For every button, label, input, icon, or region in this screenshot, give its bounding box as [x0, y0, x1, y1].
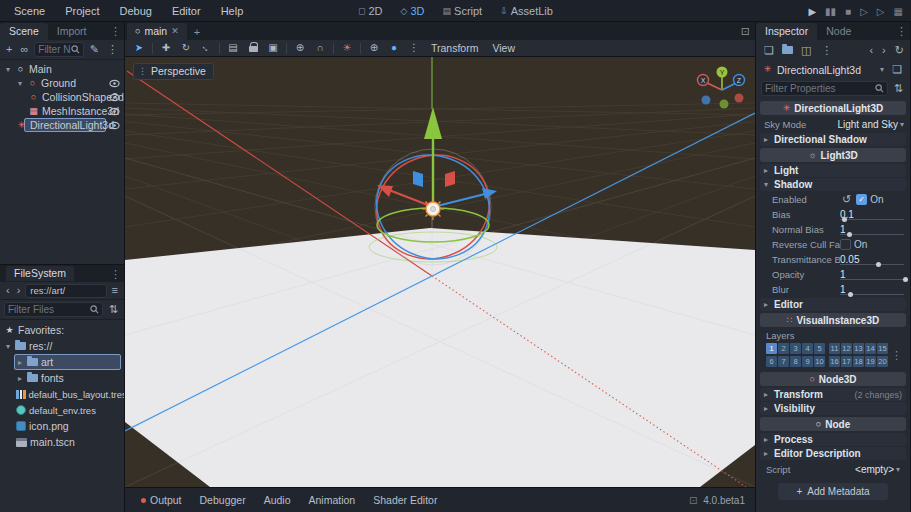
visibility-eye-icon[interactable] [109, 120, 120, 132]
filter-files-input[interactable] [8, 304, 90, 315]
blur-slider[interactable]: 1 [840, 282, 906, 297]
layer-cell[interactable]: 12 [841, 343, 852, 354]
layer-cell[interactable]: 2 [778, 343, 789, 354]
file-item-main-tscn[interactable]: main.tscn [0, 434, 124, 450]
scene-extra-menu-icon[interactable]: ⋮ [105, 43, 120, 56]
workspace-tab-2d[interactable]: ◻ 2D [352, 3, 389, 19]
filesystem-title[interactable]: FileSystem [6, 266, 74, 281]
snap-button[interactable]: ∩ [311, 43, 329, 53]
filesystem-menu-icon[interactable]: ⋮ [110, 268, 121, 281]
workspace-tab-script[interactable]: ▤ Script [437, 3, 489, 19]
view-menu[interactable]: View [486, 42, 521, 54]
layer-cell[interactable]: 18 [853, 356, 864, 367]
perspective-menu-button[interactable]: ⋮ Perspective [133, 63, 214, 80]
layer-cell[interactable]: 19 [865, 356, 876, 367]
transmittance-bias-slider[interactable]: 0.05 [840, 252, 906, 267]
tab-scene[interactable]: Scene [0, 23, 48, 40]
menu-editor[interactable]: Editor [164, 3, 209, 19]
reverse-cull-checkbox[interactable] [840, 239, 851, 250]
res-root-item[interactable]: ▾ res:// [0, 338, 124, 354]
normal-bias-slider[interactable]: 1 [840, 222, 906, 237]
save-resource-icon[interactable]: ◫ [799, 44, 813, 57]
instance-scene-button[interactable]: ∞ [18, 43, 30, 56]
move-mode-button[interactable]: ✚ [157, 43, 175, 53]
visibility-eye-icon[interactable] [109, 78, 120, 90]
visibility-eye-icon[interactable] [109, 92, 120, 104]
workspace-tab-3d[interactable]: ◇ 3D [395, 3, 431, 19]
new-resource-icon[interactable]: ❏ [762, 44, 776, 57]
current-path-field[interactable]: res://art/ [25, 284, 106, 298]
menu-project[interactable]: Project [57, 3, 107, 19]
tab-shader-editor[interactable]: Shader Editor [365, 491, 445, 509]
add-node-button[interactable]: + [4, 43, 14, 56]
tree-node-ground[interactable]: ▾ ○ Ground [0, 76, 124, 90]
file-item-default-env[interactable]: default_env.tres [0, 402, 124, 418]
scene-tab-main[interactable]: ○ main ✕ [127, 23, 187, 40]
opacity-slider[interactable]: 1 [840, 267, 906, 282]
layer-cell[interactable]: 4 [802, 343, 813, 354]
lock-button[interactable] [244, 42, 262, 54]
viewport-extra-menu-icon[interactable]: ⋮ [405, 43, 423, 53]
play-scene-button[interactable]: ▷ [860, 6, 868, 17]
shadow-enabled-checkbox[interactable]: ✓ [856, 194, 867, 205]
transform-menu[interactable]: Transform [425, 42, 484, 54]
layer-cell[interactable]: 5 [814, 343, 825, 354]
layer-cell[interactable]: 7 [778, 356, 789, 367]
filter-properties-input[interactable] [765, 83, 875, 94]
slider-handle[interactable] [848, 292, 853, 297]
collapse-arrow-icon[interactable]: ▾ [16, 79, 24, 88]
movie-maker-button[interactable]: ▦ [894, 6, 903, 17]
property-sort-icon[interactable]: ⇅ [892, 82, 905, 95]
preview-sun-button[interactable]: ☀ [338, 43, 356, 53]
tab-output[interactable]: Output [133, 491, 190, 509]
layer-cell[interactable]: 11 [829, 343, 840, 354]
favorites-item[interactable]: ★ Favorites: [0, 322, 124, 338]
file-item-icon-png[interactable]: icon.png [0, 418, 124, 434]
collapse-arrow-icon[interactable]: ▾ [4, 65, 12, 74]
tree-node-main[interactable]: ▾ ○ Main [0, 62, 124, 76]
new-scene-tab-button[interactable]: + [187, 26, 207, 40]
section-transform[interactable]: ▸ Transform (2 changes) [760, 388, 906, 401]
nav-back-icon[interactable]: ‹ [4, 284, 12, 297]
layer-cell[interactable]: 15 [877, 343, 888, 354]
visibility-eye-icon[interactable] [109, 106, 120, 118]
rotate-mode-button[interactable]: ↻ [177, 43, 195, 53]
stop-button[interactable]: ■ [845, 6, 851, 17]
edited-node-selector[interactable]: ✳ DirectionalLight3d ▾ ❏ [756, 60, 910, 79]
section-editor-description[interactable]: ▸ Editor Description [760, 447, 906, 460]
resource-extra-menu-icon[interactable]: ⋮ [819, 44, 834, 57]
section-light[interactable]: ▸ Light [760, 164, 906, 177]
sky-mode-dropdown[interactable]: Light and Sky [832, 119, 898, 130]
selectable-list-button[interactable]: ▤ [224, 43, 242, 53]
layer-cell[interactable]: 3 [790, 343, 801, 354]
tab-inspector[interactable]: Inspector [756, 23, 817, 40]
neg-x-axis-ball[interactable] [735, 94, 744, 103]
folder-item-fonts[interactable]: ▸ fonts [0, 370, 124, 386]
expand-arrow-icon[interactable]: ▸ [16, 374, 24, 383]
viewport-3d[interactable]: Y X Z ⋮ Perspective [125, 57, 755, 487]
layer-cell[interactable]: 20 [877, 356, 888, 367]
tab-animation[interactable]: Animation [301, 491, 364, 509]
filter-node-input[interactable] [38, 44, 71, 55]
preview-environment-button[interactable]: ● [385, 43, 403, 53]
tree-node-collisionshape3d[interactable]: ○ CollisionShape3d [0, 90, 124, 104]
group-button[interactable]: ▣ [264, 43, 282, 53]
local-space-button[interactable]: ⊕ [291, 43, 309, 53]
menu-help[interactable]: Help [213, 3, 252, 19]
folder-item-art[interactable]: ▸ art [0, 354, 124, 370]
layer-cell[interactable]: 14 [865, 343, 876, 354]
split-mode-icon[interactable]: ≡ [110, 284, 120, 297]
tab-debugger[interactable]: Debugger [192, 491, 254, 509]
select-mode-button[interactable]: ➤ [130, 43, 148, 53]
object-history-icon[interactable]: ↻ [893, 44, 906, 57]
tab-audio[interactable]: Audio [256, 491, 299, 509]
layer-cell[interactable]: 6 [766, 356, 777, 367]
layer-cell[interactable]: 1 [766, 343, 777, 354]
layers-menu-icon[interactable]: ⋮ [891, 349, 902, 362]
layer-cell[interactable]: 10 [814, 356, 825, 367]
section-visibility[interactable]: ▸ Visibility [760, 402, 906, 415]
layer-cell[interactable]: 17 [841, 356, 852, 367]
extra-resource-options-icon[interactable]: ❏ [890, 63, 904, 76]
attach-script-button[interactable]: ✎ [88, 43, 101, 56]
layer-cell[interactable]: 13 [853, 343, 864, 354]
